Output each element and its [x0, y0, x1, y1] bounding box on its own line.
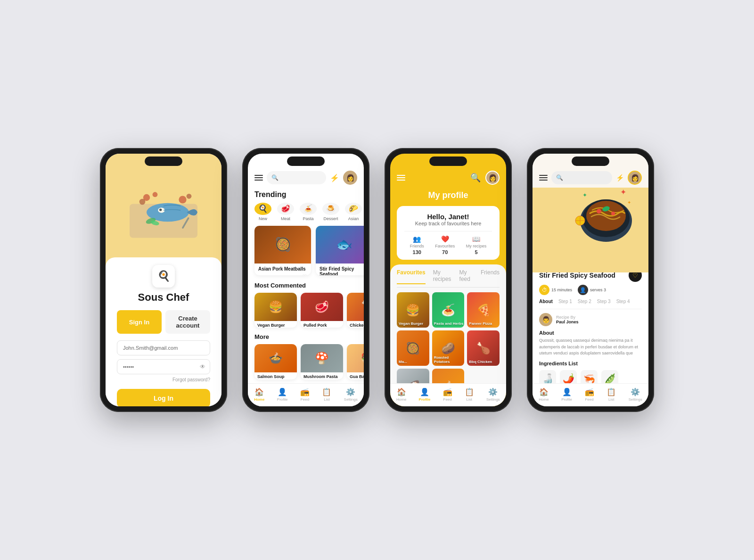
nav-settings[interactable]: ⚙️ Settings — [486, 387, 500, 402]
card-souvlaki[interactable]: 🍗 Chicken Souvlaki ♡ — [347, 293, 364, 328]
profile-stats: 👥 Friends 130 ❤️ Favourites 70 📖 My reci… — [404, 231, 492, 255]
profile-content: Favourites My recipes My feed Friends 🍔 … — [390, 264, 506, 383]
signin-button[interactable]: Sign In — [117, 310, 162, 334]
card-guabao[interactable]: 🥙 Gua Bao ♡ — [347, 344, 364, 379]
nav-list[interactable]: 📋 List — [606, 387, 616, 402]
cat-label-pasta: Pasta — [303, 216, 313, 221]
login-button[interactable]: Log In — [117, 389, 210, 406]
menu-button[interactable] — [254, 175, 263, 181]
create-account-button[interactable]: Create account — [165, 310, 210, 334]
grid-item-ch[interactable]: 🍲 Ch... — [432, 369, 465, 383]
profile-subtitle: Keep track of favourites here — [404, 221, 492, 226]
nav-profile[interactable]: 👤 Profile — [561, 387, 572, 402]
cat-pasta[interactable]: 🍝 Pasta — [300, 203, 317, 221]
card-seafood[interactable]: 🐟 Stir Fried Spicy Seafood ♡ — [316, 226, 364, 275]
login-screen: 🍳 Sous Chef Sign In Create account 👁 For… — [106, 154, 221, 406]
book-icon: 📖 — [472, 235, 480, 243]
favourites-grid: 🍔 Vegan Burger 🍝 Pasta and Herbs 🍕 Panee… — [397, 292, 500, 383]
nav-list-icon: 📋 — [606, 387, 616, 396]
nav-list-label: List — [324, 397, 329, 402]
categories-list: 🍳 New 🥩 Meat 🍝 Pasta 🍮 Dessert — [248, 203, 364, 226]
phone-notch — [145, 156, 182, 166]
user-avatar[interactable]: 👩 — [343, 171, 357, 185]
stat-favourites: ❤️ Favourites 70 — [435, 235, 455, 255]
search-bar[interactable]: 🔍 — [551, 171, 612, 184]
cat-new[interactable]: 🍳 New — [254, 203, 271, 221]
filter-icon[interactable]: ⚡ — [616, 174, 624, 181]
nav-list[interactable]: 📋 List — [322, 387, 331, 402]
card-pork[interactable]: 🥩 Pulled Pork ♡ — [301, 293, 343, 328]
friends-icon: 👥 — [413, 235, 421, 243]
cat-icon-meat: 🥩 — [277, 203, 294, 215]
cat-icon-new: 🍳 — [254, 203, 271, 215]
phone-screen: 🍳 Sous Chef Sign In Create account 👁 For… — [106, 154, 221, 406]
tab-about[interactable]: About — [539, 299, 553, 304]
nav-feed-icon: 📻 — [300, 387, 310, 396]
phone-notch — [572, 156, 609, 166]
svg-text:✦: ✦ — [620, 188, 626, 196]
tab-step4[interactable]: Step 4 — [616, 299, 630, 304]
nav-feed[interactable]: 📻 Feed — [443, 387, 452, 402]
cat-meat[interactable]: 🥩 Meat — [277, 203, 294, 221]
nav-home[interactable]: 🏠 Home — [396, 387, 406, 402]
eye-icon[interactable]: 👁 — [200, 363, 205, 370]
profile-tabs: Favourites My recipes My feed Friends — [397, 269, 500, 288]
nav-list[interactable]: 📋 List — [465, 387, 474, 402]
menu-button[interactable] — [539, 175, 548, 181]
author-row: 👨 Recipe By Paul Jones — [539, 313, 642, 326]
grid-item-ma[interactable]: 🥘 Ma... — [397, 330, 429, 366]
phone-feed: 🔍 ⚡ 👩 Trending 🍳 New 🥩 Meat — [242, 148, 369, 412]
card-img-mushroom: 🍄 — [301, 344, 343, 372]
nav-settings[interactable]: ⚙️ Settings — [344, 387, 358, 402]
grid-img-ch: 🍲 — [432, 369, 465, 383]
tab-step3[interactable]: Step 3 — [597, 299, 611, 304]
grid-item-pizza[interactable]: 🍕 Paneer Pizza — [467, 292, 500, 328]
grid-item-oysters[interactable]: 🦪 Pantry Cone — [397, 369, 429, 383]
nav-settings[interactable]: ⚙️ Settings — [629, 387, 642, 402]
forgot-password-link[interactable]: Forgot password? — [172, 377, 210, 382]
cat-icon-asian: 🌮 — [345, 203, 362, 215]
tab-step2[interactable]: Step 2 — [578, 299, 591, 304]
nav-feed[interactable]: 📻 Feed — [300, 387, 310, 402]
nav-settings-icon: ⚙️ — [488, 387, 498, 396]
card-img-salmon: 🍲 — [254, 344, 297, 372]
card-salmon[interactable]: 🍲 Salmon Soup ♡ — [254, 344, 297, 379]
author-name: Paul Jones — [556, 320, 579, 324]
cat-dessert[interactable]: 🍮 Dessert — [322, 203, 339, 221]
cat-label-meat: Meat — [281, 216, 290, 221]
nav-home[interactable]: 🏠 Home — [539, 387, 549, 402]
email-input[interactable] — [117, 340, 210, 355]
nav-home-label: Home — [396, 397, 406, 402]
menu-button[interactable] — [397, 175, 405, 181]
trending-cards: 🥘 Asian Pork Meatballs ♡ 🐟 Stir Fried Sp… — [248, 226, 364, 280]
card-img-guabao: 🥙 — [347, 344, 364, 372]
nav-home[interactable]: 🏠 Home — [254, 387, 264, 402]
nav-feed[interactable]: 📻 Feed — [585, 387, 594, 402]
search-icon[interactable]: 🔍 — [470, 173, 481, 183]
card-meatballs[interactable]: 🥘 Asian Pork Meatballs ♡ — [254, 226, 311, 275]
tab-my-feed[interactable]: My feed — [459, 269, 473, 284]
grid-item-pasta[interactable]: 🍝 Pasta and Herbs — [432, 292, 465, 328]
search-bar[interactable]: 🔍 — [267, 171, 326, 184]
grid-item-burger[interactable]: 🍔 Vegan Burger — [397, 292, 429, 328]
cat-asian[interactable]: 🌮 Asian — [345, 203, 362, 221]
phone-screen: 🔍 ⚡ 👩 Trending 🍳 New 🥩 Meat — [248, 154, 364, 406]
nav-settings-icon: ⚙️ — [346, 387, 355, 396]
nav-profile[interactable]: 👤 Profile — [419, 387, 431, 402]
grid-label-pizza: Paneer Pizza — [469, 321, 492, 326]
grid-item-potatoes[interactable]: 🥔 Roasted Potatoes — [432, 330, 465, 366]
tab-step1[interactable]: Step 1 — [558, 299, 572, 304]
user-avatar[interactable]: 👩 — [485, 171, 500, 185]
filter-icon[interactable]: ⚡ — [330, 173, 339, 182]
nav-profile[interactable]: 👤 Profile — [277, 387, 288, 402]
card-mushroom[interactable]: 🍄 Mushroom Pasta ♡ — [301, 344, 343, 379]
password-input[interactable] — [117, 359, 210, 374]
tab-favourites[interactable]: Favourites — [397, 269, 426, 284]
grid-item-bbq[interactable]: 🍗 Bbq Chicken — [467, 330, 500, 366]
card-burger[interactable]: 🍔 Vegan Burger ♡ — [254, 293, 297, 328]
svg-text:✦: ✦ — [582, 192, 587, 198]
card-heart-meatballs[interactable]: ♡ — [254, 272, 311, 275]
tab-friends[interactable]: Friends — [481, 269, 500, 284]
user-avatar[interactable]: 👩 — [628, 171, 642, 185]
tab-my-recipes[interactable]: My recipes — [433, 269, 452, 284]
